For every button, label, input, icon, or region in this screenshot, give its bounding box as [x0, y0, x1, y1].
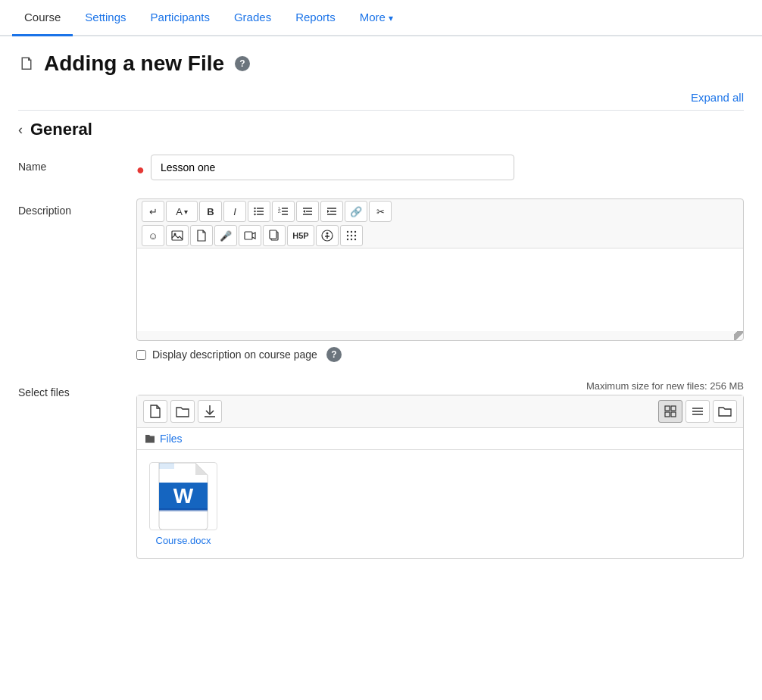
svg-point-29 [351, 231, 352, 233]
svg-point-34 [347, 239, 348, 240]
toolbar-file-btn[interactable] [190, 225, 213, 246]
name-input[interactable] [151, 155, 514, 180]
svg-rect-23 [270, 230, 276, 239]
view-list-button[interactable] [685, 400, 710, 423]
toolbar-link-btn[interactable]: 🔗 [345, 201, 367, 222]
file-toolbar-left [143, 400, 222, 423]
tab-participants[interactable]: Participants [139, 0, 222, 36]
tab-course[interactable]: Course [12, 0, 73, 36]
svg-rect-42 [671, 412, 676, 417]
name-label: Name [18, 155, 124, 173]
file-grid: W Course.docx [137, 450, 743, 558]
files-folder-link[interactable]: Files [160, 433, 183, 445]
toolbar-italic-btn[interactable]: I [223, 201, 246, 222]
section-toggle-icon[interactable]: ‹ [18, 122, 23, 138]
toolbar-ol-btn[interactable]: 1.2. [272, 201, 295, 222]
file-manager-toolbar [137, 395, 743, 428]
svg-rect-41 [665, 412, 670, 417]
editor-resize-handle [137, 331, 743, 340]
toolbar-video-btn[interactable] [239, 225, 261, 246]
tab-more[interactable]: More [348, 0, 405, 36]
svg-rect-19 [172, 231, 183, 240]
svg-point-4 [254, 211, 255, 212]
add-folder-button[interactable] [170, 400, 195, 423]
display-desc-label[interactable]: Display description on course page [152, 348, 317, 361]
view-folder-button[interactable] [713, 400, 737, 423]
max-size-text: Maximum size for new files: 256 MB [136, 380, 744, 392]
tab-reports[interactable]: Reports [283, 0, 348, 36]
svg-text:W: W [173, 484, 194, 508]
chevron-down-icon [389, 11, 393, 23]
svg-point-25 [326, 233, 329, 235]
section-title: General [30, 120, 92, 139]
svg-rect-48 [159, 508, 208, 511]
svg-rect-49 [159, 463, 174, 469]
toolbar-unlink-btn[interactable]: ✂ [369, 201, 392, 222]
expand-all-row: Expand all [18, 91, 744, 104]
toolbar-font-btn[interactable]: A ▾ [166, 201, 198, 222]
display-desc-row: Display description on course page ? [136, 347, 744, 362]
toolbar-format-btn[interactable]: ↵ [142, 201, 164, 222]
page-title: Adding a new File [44, 52, 224, 76]
svg-point-28 [347, 231, 348, 233]
help-icon[interactable]: ? [235, 56, 250, 71]
tab-settings[interactable]: Settings [73, 0, 138, 36]
file-toolbar-right [658, 400, 737, 423]
svg-point-5 [254, 214, 255, 215]
svg-marker-14 [303, 210, 305, 213]
file-item[interactable]: W Course.docx [149, 462, 217, 546]
display-desc-checkbox[interactable] [136, 350, 146, 360]
page-title-row: 🗋 Adding a new File ? [18, 52, 744, 76]
expand-all-link[interactable]: Expand all [691, 91, 744, 104]
description-field-row: Description ↵ A ▾ B I 1.2. [18, 198, 744, 362]
svg-text:2.: 2. [278, 209, 281, 214]
toolbar-indent-dec-btn[interactable] [296, 201, 319, 222]
toolbar-more-btn[interactable] [340, 225, 363, 246]
toolbar-row-1: ↵ A ▾ B I 1.2. 🔗 [137, 199, 743, 223]
toolbar-row-2: ☺ 🎤 H5P [137, 223, 743, 248]
svg-rect-39 [665, 406, 670, 411]
svg-point-31 [347, 235, 348, 236]
toolbar-audio-btn[interactable]: 🎤 [214, 225, 237, 246]
file-thumbnail: W [149, 462, 217, 530]
svg-point-36 [354, 239, 356, 240]
description-label: Description [18, 198, 124, 217]
description-editor-body[interactable] [137, 248, 743, 331]
file-icon: 🗋 [18, 53, 36, 74]
required-icon: ● [136, 162, 145, 178]
tab-grades[interactable]: Grades [222, 0, 283, 36]
select-files-row: Select files Maximum size for new files:… [18, 380, 744, 559]
folder-icon [145, 433, 155, 444]
file-manager: Files [136, 395, 744, 559]
view-grid-button[interactable] [658, 400, 682, 423]
toolbar-indent-inc-btn[interactable] [320, 201, 343, 222]
svg-point-33 [354, 235, 356, 236]
svg-rect-40 [671, 406, 676, 411]
svg-point-35 [351, 239, 352, 240]
toolbar-accessibility-btn[interactable] [316, 225, 339, 246]
general-section-header: ‹ General [18, 110, 744, 139]
add-file-button[interactable] [143, 400, 167, 423]
svg-rect-21 [245, 232, 252, 239]
toolbar-emoji-btn[interactable]: ☺ [142, 225, 164, 246]
toolbar-bold-btn[interactable]: B [199, 201, 222, 222]
file-path-row: Files [137, 428, 743, 450]
svg-point-30 [354, 231, 356, 233]
description-editor: ↵ A ▾ B I 1.2. 🔗 [136, 198, 744, 341]
download-button[interactable] [198, 400, 222, 423]
nav-tabs: Course Settings Participants Grades Repo… [0, 0, 762, 36]
toolbar-h5p-btn[interactable]: H5P [287, 225, 314, 246]
select-files-label: Select files [18, 380, 124, 398]
display-desc-help-icon[interactable]: ? [326, 347, 342, 362]
toolbar-ul-btn[interactable] [248, 201, 270, 222]
svg-marker-18 [327, 210, 329, 213]
toolbar-image-btn[interactable] [166, 225, 189, 246]
toolbar-copy-btn[interactable] [263, 225, 286, 246]
word-doc-svg: W [156, 463, 211, 530]
svg-point-3 [254, 208, 255, 209]
file-name[interactable]: Course.docx [156, 535, 211, 546]
svg-point-32 [351, 235, 352, 236]
name-field-row: Name ● [18, 155, 744, 180]
